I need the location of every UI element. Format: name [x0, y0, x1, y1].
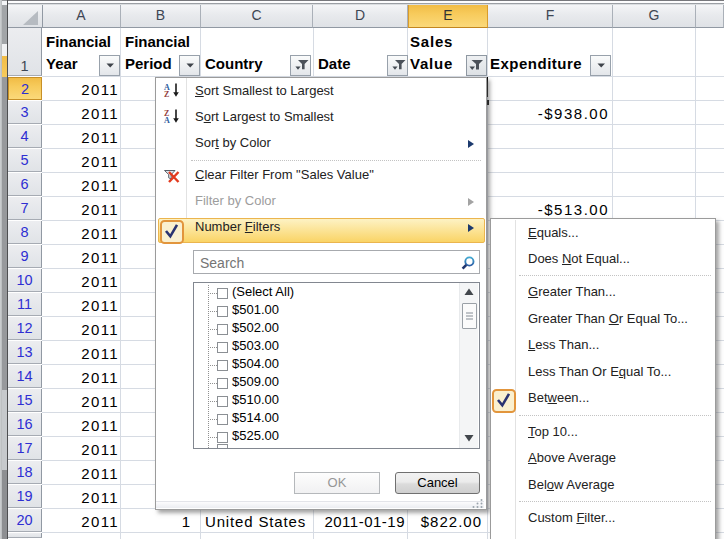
svg-text:A: A — [164, 116, 170, 125]
svg-text:Z: Z — [164, 90, 169, 99]
